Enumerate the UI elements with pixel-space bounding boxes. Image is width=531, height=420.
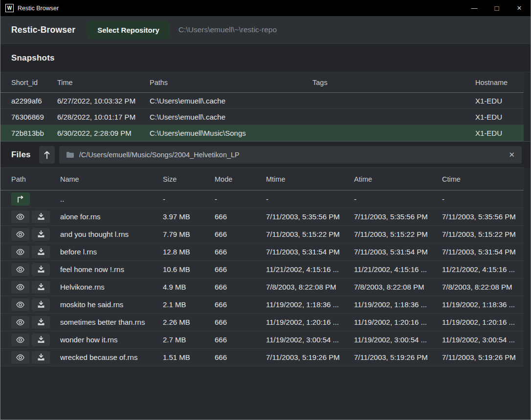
file-atime: 11/19/2002, 3:00:54 ...	[354, 336, 442, 344]
download-file-button[interactable]	[32, 210, 50, 223]
title-bar: W Restic Browser — □ ✕	[0, 0, 531, 16]
snapshots-table: Short_id Time Paths Tags Hostname a2299a…	[0, 72, 524, 141]
file-mode: 666	[215, 265, 266, 273]
snapshot-time: 6/27/2022, 10:03:32 PM	[57, 97, 150, 105]
snapshot-row[interactable]: a2299af6 6/27/2022, 10:03:32 PM C:\Users…	[0, 93, 524, 109]
file-row[interactable]: wonder how it.rns 2.7 MB 666 11/19/2002,…	[0, 331, 524, 349]
snapshot-short-id: 76306869	[0, 113, 57, 121]
preview-file-button[interactable]	[11, 298, 29, 311]
turn-right-arrow-icon	[17, 196, 25, 203]
file-atime: 7/11/2003, 5:15:22 PM	[354, 230, 442, 238]
file-row[interactable]: before l.rns 12.8 MB 666 7/11/2003, 5:31…	[0, 243, 524, 261]
file-ctime: 11/21/2002, 4:15:16 ...	[442, 265, 524, 273]
download-icon	[37, 354, 45, 361]
snapshot-row-selected[interactable]: 72b813bb 6/30/2022, 2:28:09 PM C:\Users\…	[0, 125, 524, 141]
file-mode: 666	[215, 353, 266, 361]
download-icon	[37, 336, 45, 343]
select-repository-button[interactable]: Select Repository	[87, 21, 170, 40]
preview-file-button[interactable]	[11, 246, 29, 258]
app-header: Restic-Browser Select Repository C:\User…	[0, 16, 531, 44]
snapshot-hostname: X1-EDU	[475, 97, 524, 105]
files-section-header: Files /C/Users/emuell/Music/Songs/2004_H…	[0, 141, 531, 168]
snapshot-time: 6/28/2022, 10:01:17 PM	[57, 113, 150, 121]
file-ctime: -	[442, 195, 524, 203]
download-file-button[interactable]	[32, 246, 50, 258]
open-parent-directory-button[interactable]	[11, 192, 30, 206]
file-row[interactable]: and you thought l.rns 7.79 MB 666 7/11/2…	[0, 226, 524, 243]
col-header-short-id: Short_id	[0, 79, 57, 86]
col-header-ctime: Ctime	[442, 175, 524, 183]
file-ctime: 7/11/2003, 5:19:26 PM	[442, 353, 524, 361]
file-mtime: 7/11/2003, 5:35:56 PM	[266, 212, 354, 221]
file-row[interactable]: alone for.rns 3.97 MB 666 7/11/2003, 5:3…	[0, 208, 524, 226]
file-name: Helvikone.rns	[60, 283, 163, 291]
file-mode: 666	[215, 283, 266, 291]
snapshot-hostname: X1-EDU	[475, 113, 524, 121]
app-title: Restic-Browser	[11, 25, 75, 35]
snapshot-time: 6/30/2022, 2:28:09 PM	[57, 129, 150, 137]
col-header-path: Path	[0, 175, 60, 183]
file-ctime: 7/8/2003, 8:22:08 PM	[442, 283, 524, 291]
download-file-button[interactable]	[32, 298, 50, 311]
preview-file-button[interactable]	[11, 351, 29, 364]
download-icon	[37, 266, 45, 273]
eye-icon	[16, 231, 25, 238]
parent-directory-row[interactable]: .. - - - - -	[0, 190, 524, 208]
col-header-size: Size	[163, 175, 215, 183]
current-path-bar[interactable]: /C/Users/emuell/Music/Songs/2004_Helveti…	[59, 146, 522, 164]
download-icon	[37, 318, 45, 326]
snapshot-paths: C:\Users\emuell\.cache	[150, 97, 312, 105]
minimize-button[interactable]: —	[463, 0, 486, 16]
preview-file-button[interactable]	[11, 210, 29, 223]
file-atime: 11/19/2002, 1:20:16 ...	[354, 318, 442, 326]
preview-file-button[interactable]	[11, 316, 29, 329]
file-name: wonder how it.rns	[60, 336, 163, 344]
download-icon	[37, 231, 45, 238]
download-file-button[interactable]	[32, 263, 50, 276]
file-name: and you thought l.rns	[60, 230, 163, 238]
file-name: before l.rns	[60, 248, 163, 256]
clear-path-button[interactable]: ✕	[504, 150, 515, 159]
preview-file-button[interactable]	[11, 334, 29, 346]
eye-icon	[16, 336, 25, 343]
snapshot-short-id: 72b813bb	[0, 129, 57, 137]
preview-file-button[interactable]	[11, 281, 29, 294]
download-file-button[interactable]	[32, 334, 50, 346]
file-ctime: 11/19/2002, 1:20:16 ...	[442, 318, 524, 326]
preview-file-button[interactable]	[11, 228, 29, 241]
file-row[interactable]: sometimes better than.rns 2.26 MB 666 11…	[0, 314, 524, 331]
col-header-mtime: Mtime	[266, 175, 354, 183]
file-mtime: 11/19/2002, 1:20:16 ...	[266, 318, 354, 326]
file-mtime: 7/11/2003, 5:15:22 PM	[266, 230, 354, 238]
file-size: 10.6 MB	[163, 265, 215, 273]
close-button[interactable]: ✕	[508, 0, 531, 16]
preview-file-button[interactable]	[11, 263, 29, 276]
file-row[interactable]: wrecked because of.rns 1.51 MB 666 7/11/…	[0, 349, 524, 366]
file-size: 4.9 MB	[163, 283, 215, 291]
file-mode: 666	[215, 230, 266, 238]
col-header-tags: Tags	[312, 79, 475, 86]
file-mode: 666	[215, 300, 266, 309]
col-header-atime: Atime	[354, 175, 442, 183]
snapshot-paths: C:\Users\emuell\Music\Songs	[150, 129, 312, 137]
file-name: alone for.rns	[60, 212, 163, 221]
app-logo-icon: W	[5, 4, 14, 12]
file-name: sometimes better than.rns	[60, 318, 163, 326]
snapshot-row[interactable]: 76306869 6/28/2022, 10:01:17 PM C:\Users…	[0, 109, 524, 125]
file-row[interactable]: Helvikone.rns 4.9 MB 666 7/8/2003, 8:22:…	[0, 278, 524, 296]
file-row[interactable]: feel home now !.rns 10.6 MB 666 11/21/20…	[0, 261, 524, 278]
file-mtime: 11/21/2002, 4:15:16 ...	[266, 265, 354, 273]
download-file-button[interactable]	[32, 228, 50, 241]
file-name: wrecked because of.rns	[60, 353, 163, 361]
file-mode: -	[215, 195, 266, 203]
file-atime: -	[354, 195, 442, 203]
download-icon	[37, 301, 45, 308]
file-row[interactable]: moskito he said.rns 2.1 MB 666 11/19/200…	[0, 296, 524, 314]
eye-icon	[16, 319, 25, 326]
go-up-button[interactable]	[39, 146, 55, 164]
download-file-button[interactable]	[32, 351, 50, 364]
download-file-button[interactable]	[32, 281, 50, 294]
snapshots-section-header: Snapshots	[0, 44, 531, 72]
maximize-button[interactable]: □	[486, 0, 508, 16]
download-file-button[interactable]	[32, 316, 50, 329]
